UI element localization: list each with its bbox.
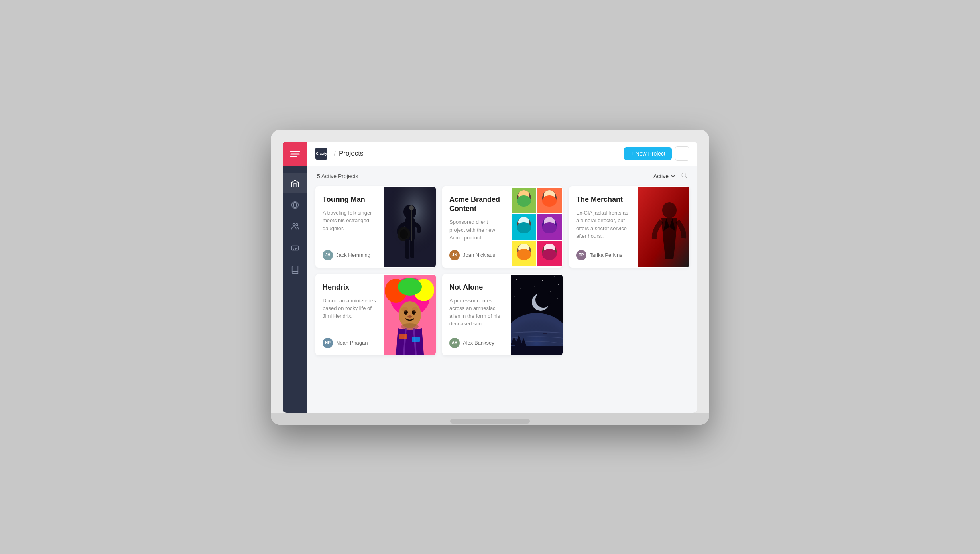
svg-rect-58	[412, 337, 420, 342]
svg-point-65	[558, 284, 559, 285]
sidebar-logo[interactable]	[283, 142, 307, 166]
vip-icon: VIP	[291, 244, 299, 252]
svg-rect-0	[290, 151, 300, 152]
project-title-not-alone: Not Alone	[449, 283, 504, 292]
project-card-not-alone[interactable]: Not Alone A professor comes across an am…	[442, 274, 563, 355]
filter-area: Active	[653, 172, 688, 181]
project-desc-not-alone: A professor comes across an amnesiac ali…	[449, 297, 504, 331]
project-thumbnail-merchant	[638, 186, 689, 268]
project-card-acme[interactable]: Acme Branded Content Sponsored client pr…	[442, 186, 563, 268]
project-card-touring-man[interactable]: Touring Man A traveling folk singer meet…	[315, 186, 436, 268]
active-projects-count: 5 Active Projects	[317, 173, 358, 179]
svg-rect-2	[290, 156, 297, 157]
svg-rect-18	[411, 209, 412, 241]
project-title-acme: Acme Branded Content	[449, 195, 504, 214]
svg-point-66	[520, 288, 521, 289]
project-title-touring-man: Touring Man	[323, 195, 377, 204]
main-content: 5 Active Projects Active	[307, 166, 697, 413]
author-avatar-img-merchant: TP	[576, 250, 586, 260]
project-desc-acme: Sponsored client project with the new Ac…	[449, 218, 504, 243]
svg-point-27	[542, 195, 557, 207]
svg-point-19	[409, 205, 414, 210]
svg-text:VIP: VIP	[293, 247, 297, 250]
globe-icon	[291, 201, 299, 209]
sidebar-item-users[interactable]	[283, 217, 307, 237]
thumbnail-svg-touring-man	[384, 186, 436, 268]
logo-icon	[289, 148, 301, 160]
project-author-touring-man: JH Jack Hemming	[323, 250, 377, 260]
right-panel: Gravity / Projects + New Project ··· 5 A…	[307, 142, 697, 413]
author-name-acme: Joan Nicklaus	[463, 252, 495, 258]
svg-rect-17	[410, 239, 414, 258]
project-thumbnail-not-alone	[511, 274, 563, 355]
svg-point-5	[296, 223, 298, 226]
sidebar-item-globe[interactable]	[283, 195, 307, 215]
svg-line-9	[685, 177, 687, 178]
author-avatar-hendrix: NP	[323, 338, 333, 348]
search-button[interactable]	[681, 172, 688, 181]
thumbnail-svg-merchant	[638, 186, 689, 268]
filter-active-button[interactable]: Active	[653, 173, 676, 179]
svg-point-62	[528, 278, 529, 278]
project-author-acme: JN Joan Nicklaus	[449, 250, 504, 260]
svg-point-4	[293, 223, 295, 226]
sidebar-item-vip[interactable]: VIP	[283, 238, 307, 258]
svg-point-55	[401, 307, 408, 312]
svg-rect-77	[543, 333, 547, 334]
svg-rect-57	[399, 334, 407, 339]
svg-point-35	[542, 222, 557, 233]
svg-point-56	[412, 307, 418, 312]
book-icon	[291, 265, 299, 274]
svg-point-45	[662, 202, 677, 218]
author-avatar-img-acme: JN	[449, 250, 460, 260]
home-icon	[291, 179, 299, 188]
new-project-button[interactable]: + New Project	[624, 147, 672, 160]
svg-rect-76	[545, 333, 545, 345]
project-author-hendrix: NP Noah Phagan	[323, 338, 377, 348]
project-thumbnail-hendrix	[384, 274, 436, 355]
thumbnail-svg-not-alone	[511, 274, 563, 355]
more-options-button[interactable]: ···	[675, 146, 689, 161]
project-author-not-alone: AB Alex Banksey	[449, 338, 504, 348]
laptop-base	[271, 413, 709, 425]
users-icon	[291, 222, 299, 231]
sidebar: VIP	[283, 142, 307, 413]
app-container: VIP Gravity	[283, 142, 697, 413]
svg-point-64	[554, 276, 555, 277]
project-info-merchant: The Merchant Ex-CIA jackal fronts as a f…	[569, 186, 638, 268]
project-info-not-alone: Not Alone A professor comes across an am…	[442, 274, 511, 355]
project-desc-merchant: Ex-CIA jackal fronts as a funeral direct…	[576, 209, 630, 244]
author-avatar-merchant: TP	[576, 250, 586, 260]
project-info-acme: Acme Branded Content Sponsored client pr…	[442, 186, 511, 268]
svg-point-43	[542, 249, 557, 260]
svg-point-69	[515, 296, 515, 297]
sidebar-item-book[interactable]	[283, 260, 307, 280]
breadcrumb-separator: /	[334, 150, 336, 158]
svg-point-23	[517, 195, 531, 207]
chevron-down-icon	[670, 173, 676, 179]
author-avatar-acme: JN	[449, 250, 460, 260]
svg-point-39	[517, 249, 531, 260]
sidebar-item-home[interactable]	[283, 173, 307, 193]
svg-point-61	[516, 279, 517, 280]
author-avatar-touring-man: JH	[323, 250, 333, 260]
svg-rect-1	[290, 153, 300, 154]
thumbnail-svg-hendrix	[384, 274, 436, 355]
author-avatar-not-alone: AB	[449, 338, 460, 348]
svg-point-59	[401, 323, 419, 330]
svg-point-31	[517, 222, 531, 233]
header-actions: + New Project ···	[624, 146, 689, 161]
svg-point-72	[535, 292, 551, 308]
svg-point-67	[534, 286, 535, 287]
author-name-touring-man: Jack Hemming	[336, 252, 370, 258]
author-avatar-img: JH	[323, 250, 333, 260]
project-thumbnail-touring-man	[384, 186, 436, 268]
project-card-hendrix[interactable]: Hendrix Docudrama mini-series based on r…	[315, 274, 436, 355]
project-card-merchant[interactable]: The Merchant Ex-CIA jackal fronts as a f…	[569, 186, 689, 268]
svg-rect-16	[405, 239, 409, 259]
svg-point-54	[407, 315, 412, 318]
svg-point-15	[400, 229, 408, 239]
project-info-hendrix: Hendrix Docudrama mini-series based on r…	[315, 274, 384, 355]
svg-point-68	[550, 291, 551, 292]
svg-point-8	[682, 173, 686, 177]
